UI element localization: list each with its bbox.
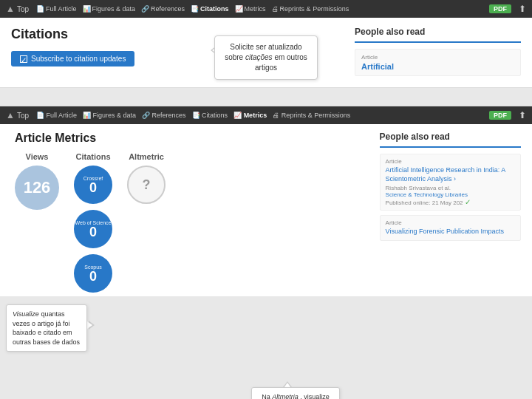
nav-figures-1[interactable]: 📊 Figures & data	[83, 5, 136, 13]
pdf-button-2[interactable]: PDF	[489, 111, 511, 120]
article-journal-2a: Science & Technology Libraries	[386, 191, 515, 198]
tooltip-italic-left: Visualize	[13, 310, 39, 318]
nav-references-2[interactable]: 🔗 References	[142, 112, 186, 119]
nav-logo-2: ▲ Top	[6, 110, 29, 120]
nav-bar-1: ▲ Top 📄 Full Article 📊 Figures & data 🔗 …	[0, 0, 532, 18]
article-label-1: Article	[361, 54, 514, 61]
citations-tooltip: Solicite ser atualizado sobre citações e…	[214, 35, 318, 80]
article-date-2a: Published online: 21 May 202 ✓	[386, 198, 515, 206]
top-section: ▲ Top 📄 Full Article 📊 Figures & data 🔗 …	[0, 0, 532, 88]
article-label-2b: Article	[386, 219, 515, 226]
people-title-2: People also read	[380, 132, 521, 142]
share-icon-2[interactable]: ⬆	[519, 110, 526, 120]
nav-metrics-1[interactable]: 📈 Metrics	[235, 5, 266, 13]
nav-citations-2[interactable]: 📑 Citations	[192, 112, 228, 119]
check-icon-2a: ✓	[465, 198, 471, 206]
views-label: Views	[26, 152, 49, 161]
subscribe-btn[interactable]: ✓ Subscribe to citation updates	[11, 51, 134, 66]
doc-icon-1: 📄	[36, 5, 44, 13]
top-label-1[interactable]: Top	[17, 5, 29, 13]
people-panel-1: People also read Article Artificial	[355, 27, 521, 76]
views-col: Views 126	[15, 152, 59, 210]
altmetric-label: Altmetric	[129, 152, 164, 161]
views-number: 126	[15, 166, 59, 210]
article-authors-2a: Rishabh Srivastava et al.	[386, 185, 515, 191]
citations-col: Citations Crossref 0 Web of Science 0 Sc…	[74, 152, 112, 293]
section-separator	[0, 97, 532, 106]
people-divider-1	[355, 41, 521, 43]
bottom-section: ▲ Top 📄 Full Article 📊 Figures & data 🔗 …	[0, 106, 532, 296]
altmetric-tooltip: Na Altmetria , visualize compartilhament…	[251, 387, 340, 399]
wos-value: 0	[89, 225, 97, 239]
tooltip-italic: citações	[245, 53, 273, 61]
article-card-1: Article Artificial	[355, 49, 521, 76]
subscribe-label: Subscribe to citation updates	[31, 55, 126, 63]
altmetric-circle[interactable]: ?	[127, 166, 166, 204]
people-title-1: People also read	[355, 27, 521, 37]
top-label-2[interactable]: Top	[17, 112, 29, 120]
logo-icon-1: ▲	[6, 4, 15, 14]
altmetric-tooltip-italic: Altmetria	[272, 393, 299, 399]
nav-logo-1: ▲ Top	[6, 4, 29, 14]
metrics-icon-1: 📈	[235, 5, 243, 13]
citation-icon-1: 📑	[191, 5, 199, 13]
altmetric-tooltip-text1: Na	[262, 393, 272, 399]
people-divider-2	[380, 146, 521, 148]
nav-links-1: 📄 Full Article 📊 Figures & data 🔗 Refere…	[36, 5, 482, 13]
altmetric-col: Altmetric ?	[127, 152, 166, 204]
nav-metrics-2[interactable]: 📈 Metrics	[233, 112, 267, 119]
nav-links-2: 📄 Full Article 📊 Figures & data 🔗 Refere…	[36, 112, 482, 119]
nav-full-article-2[interactable]: 📄 Full Article	[36, 112, 77, 119]
print-icon-1: 🖨	[272, 5, 279, 13]
nav-citations-1[interactable]: 📑 Citations	[191, 5, 229, 13]
tooltip-left-arrow-inner	[87, 321, 92, 329]
article-title-2a[interactable]: Artificial Intelligence Research in Indi…	[386, 166, 515, 183]
scopus-bubble[interactable]: Scopus 0	[74, 254, 112, 293]
crossref-bubble[interactable]: Crossref 0	[74, 166, 112, 204]
nav-references-1[interactable]: 🔗 References	[141, 5, 185, 13]
wos-bubble[interactable]: Web of Science 0	[74, 210, 112, 248]
article-card-2a: Article Artificial Intelligence Research…	[380, 154, 521, 211]
nav-full-article-1[interactable]: 📄 Full Article	[36, 5, 77, 13]
nav-figures-2[interactable]: 📊 Figures & data	[83, 112, 136, 119]
bottom-content: Article Metrics Views 126 Citations Cros…	[0, 124, 532, 296]
pdf-button-1[interactable]: PDF	[489, 4, 511, 13]
metrics-title: Article Metrics	[15, 132, 369, 145]
people-panel-2: People also read Article Artificial Inte…	[380, 132, 521, 293]
chart-icon-1: 📊	[83, 5, 91, 13]
citation-bubbles: Crossref 0 Web of Science 0 Scopus 0	[74, 166, 112, 293]
scopus-value: 0	[89, 270, 97, 283]
crossref-value: 0	[89, 181, 97, 194]
nav-reprints-1[interactable]: 🖨 Reprints & Permissions	[272, 5, 349, 13]
citations-label: Citations	[75, 152, 110, 161]
article-card-2b: Article Visualizing Forensic Publication…	[380, 215, 521, 241]
metrics-grid: Views 126 Citations Crossref 0 Web of Sc…	[15, 152, 369, 293]
article-title-2b[interactable]: Visualizing Forensic Publication Impacts	[386, 228, 515, 236]
article-title-1[interactable]: Artificial	[361, 62, 514, 71]
logo-icon-2: ▲	[6, 110, 15, 120]
link-icon-1: 🔗	[141, 5, 149, 13]
metrics-tooltip-left: Visualize quantas vezes o artigo já foi …	[6, 304, 87, 352]
subscribe-checkbox: ✓	[20, 55, 27, 63]
nav-reprints-2[interactable]: 🖨 Reprints & Permissions	[273, 112, 350, 119]
metrics-main: Article Metrics Views 126 Citations Cros…	[11, 132, 369, 293]
article-label-2a: Article	[386, 158, 515, 165]
nav-bar-2: ▲ Top 📄 Full Article 📊 Figures & data 🔗 …	[0, 106, 532, 124]
share-icon-1[interactable]: ⬆	[519, 4, 526, 14]
